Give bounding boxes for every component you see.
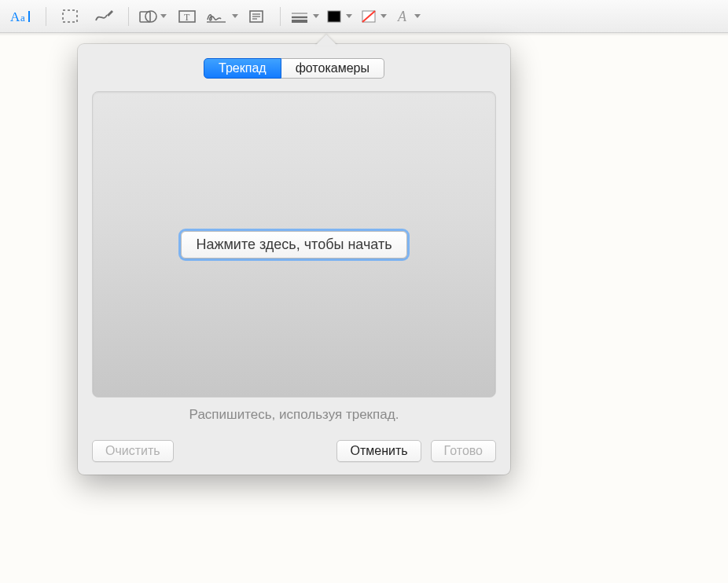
font-style-button[interactable]: A (391, 5, 425, 28)
line-style-icon (289, 9, 310, 24)
done-button-label: Готово (444, 444, 483, 458)
chevron-down-icon (232, 14, 238, 18)
tab-trackpad[interactable]: Трекпад (204, 58, 281, 79)
svg-text:a: a (20, 12, 25, 24)
tab-trackpad-label: Трекпад (219, 59, 267, 78)
cancel-button[interactable]: Отменить (336, 440, 421, 462)
toolbar-separator (280, 7, 281, 26)
stroke-color-button[interactable] (322, 5, 356, 28)
stroke-color-icon (325, 9, 343, 24)
chevron-down-icon (414, 14, 421, 18)
signature-hint: Распишитесь, используя трекпад. (92, 407, 496, 423)
chevron-down-icon (381, 14, 387, 18)
shapes-button[interactable] (135, 5, 170, 28)
tab-camera[interactable]: фотокамеры (281, 58, 384, 79)
clear-button-label: Очистить (105, 444, 160, 458)
text-box-button[interactable]: T (170, 5, 204, 28)
selection-icon (61, 9, 79, 24)
popover-button-row: Очистить Отменить Готово (92, 440, 496, 462)
chevron-down-icon (346, 14, 352, 18)
start-signing-label: Нажмите здесь, чтобы начать (196, 236, 392, 252)
draw-icon (94, 9, 115, 24)
svg-text:A: A (397, 9, 407, 24)
signature-source-tabs: Трекпад фотокамеры (92, 58, 496, 79)
signature-popover: Трекпад фотокамеры Нажмите здесь, чтобы … (78, 44, 510, 475)
chevron-down-icon (313, 14, 319, 18)
svg-rect-2 (28, 11, 30, 22)
tab-camera-label: фотокамеры (296, 59, 370, 78)
svg-rect-16 (328, 11, 340, 22)
popover-arrow (315, 35, 337, 46)
text-box-icon: T (178, 9, 197, 24)
svg-point-5 (145, 11, 156, 22)
signature-pad[interactable]: Нажмите здесь, чтобы начать (92, 91, 496, 398)
toolbar-shadow (0, 33, 728, 36)
fill-color-icon (360, 9, 377, 24)
markup-toolbar: A a (0, 0, 728, 33)
svg-text:A: A (10, 9, 20, 24)
font-italic-icon: A (395, 9, 411, 24)
text-style-button[interactable]: A a (5, 5, 39, 28)
note-button[interactable] (239, 5, 274, 28)
note-icon (248, 9, 265, 24)
text-style-icon: A a (10, 9, 34, 24)
clear-button[interactable]: Очистить (92, 440, 174, 462)
line-style-button[interactable] (287, 5, 322, 28)
done-button[interactable]: Готово (431, 440, 496, 462)
toolbar-separator (46, 7, 46, 26)
selection-button[interactable] (53, 5, 87, 28)
shapes-icon (138, 9, 157, 24)
start-signing-button[interactable]: Нажмите здесь, чтобы начать (181, 231, 406, 258)
signature-icon (205, 9, 229, 24)
svg-text:T: T (184, 12, 190, 23)
svg-rect-3 (63, 10, 77, 22)
toolbar-separator (128, 7, 129, 26)
signature-button[interactable] (204, 5, 239, 28)
fill-color-button[interactable] (356, 5, 391, 28)
cancel-button-label: Отменить (350, 444, 407, 458)
chevron-down-icon (160, 14, 167, 18)
draw-button[interactable] (87, 5, 122, 28)
